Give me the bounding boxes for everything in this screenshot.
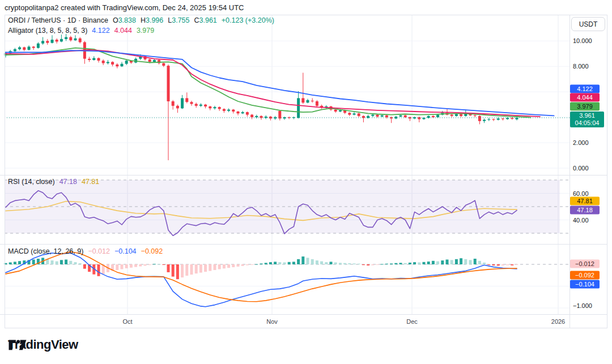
candle-body: [246, 112, 249, 115]
macd-histogram-bar: [367, 264, 369, 265]
candle-body: [348, 113, 351, 114]
candle-body: [214, 107, 216, 108]
macd-histogram-bar: [292, 262, 295, 264]
macd-histogram-bar: [158, 264, 160, 265]
candle-body: [79, 38, 82, 42]
time-axis-label[interactable]: 2026: [551, 318, 565, 325]
rsi-tick-label[interactable]: 60.00: [573, 190, 589, 197]
time-axis-label[interactable]: Dec: [406, 318, 418, 325]
candle-body: [60, 39, 63, 42]
macd-histogram-bar: [478, 261, 481, 264]
last-price-value: 3.961: [570, 112, 604, 119]
rsi-legend[interactable]: RSI (14, close) 47.18 47.81: [8, 178, 99, 186]
candle-body: [172, 101, 175, 106]
macd-histogram-bar: [97, 264, 100, 276]
candle-body: [311, 101, 314, 101]
macd-histogram-bar: [441, 260, 444, 264]
macd-histogram-bar: [320, 262, 323, 264]
candle-body: [385, 115, 388, 117]
macd-histogram-bar: [9, 263, 12, 265]
candle-body: [116, 65, 118, 66]
candle-body: [278, 111, 281, 119]
macd-tag: −0.104: [570, 280, 600, 289]
macd-histogram-bar: [460, 258, 462, 264]
candle-body: [51, 40, 54, 43]
macd-tick-label[interactable]: −1.000: [573, 302, 592, 309]
price-tick-label[interactable]: 8.000: [573, 63, 589, 70]
macd-histogram-bar: [83, 264, 86, 269]
macd-histogram-bar: [404, 263, 407, 264]
macd-histogram-bar: [423, 262, 426, 264]
macd-line: [6, 253, 517, 307]
candle-body: [199, 105, 202, 106]
macd-histogram-bar: [218, 264, 221, 269]
time-axis-label[interactable]: Nov: [266, 318, 278, 325]
macd-histogram-bar: [134, 264, 137, 267]
rsi-tick-label[interactable]: 40.00: [573, 217, 589, 224]
candle-body: [56, 40, 58, 41]
macd-histogram-bar: [223, 264, 226, 268]
bar-countdown: 04:05:04: [570, 119, 604, 127]
alligator-title: Alligator (13, 8, 5, 8, 5, 3): [8, 27, 87, 35]
price-tick-label[interactable]: 0.000: [573, 165, 589, 172]
candle-body: [121, 64, 124, 67]
macd-histogram-bar: [162, 264, 165, 265]
price-tick-label[interactable]: 10.000: [573, 37, 592, 44]
rsi-tag: 47.81: [570, 197, 600, 205]
macd-histogram-bar: [506, 264, 509, 265]
rsi-ma-value: 47.81: [82, 178, 99, 186]
candle-body: [353, 113, 356, 114]
alligator-jaw-value: 4.122: [92, 27, 109, 35]
tradingview-logo[interactable]: TradingView: [8, 337, 78, 352]
macd-legend[interactable]: MACD (close, 12, 26, 9) −0.012 −0.104 −0…: [8, 247, 163, 255]
candle-body: [190, 102, 193, 104]
currency-toggle-button[interactable]: USDT: [571, 17, 605, 31]
macd-histogram-bar: [144, 264, 147, 265]
macd-histogram-bar: [269, 262, 272, 264]
macd-histogram-bar: [301, 256, 304, 264]
macd-histogram-bar: [343, 263, 346, 264]
symbol-title: ORDI / TetherUS · 1D · Binance: [8, 16, 108, 24]
alligator-legend[interactable]: Alligator (13, 8, 5, 8, 5, 3) 4.122 4.04…: [8, 27, 154, 35]
macd-histogram-bar: [148, 264, 151, 265]
macd-histogram-bar: [116, 264, 118, 270]
symbol-legend[interactable]: ORDI / TetherUS · 1D · Binance O3.838 H3…: [8, 16, 274, 24]
candle-body: [250, 115, 253, 118]
macd-histogram-bar: [455, 259, 458, 264]
candle-body: [97, 58, 100, 61]
candle-body: [181, 98, 184, 108]
time-axis-label[interactable]: Oct: [122, 318, 132, 325]
candle-body: [218, 107, 221, 109]
macd-histogram-bar: [260, 264, 263, 265]
candle-body: [107, 62, 109, 63]
macd-signal-value: −0.092: [141, 247, 163, 255]
candle-body: [204, 105, 207, 106]
ohlc-low: L3.755: [168, 16, 189, 24]
macd-histogram-bar: [427, 262, 430, 264]
price-tag: 4.122: [570, 85, 600, 93]
open-value: 3.838: [118, 16, 136, 24]
macd-histogram-bar: [209, 264, 211, 271]
macd-histogram-bar: [195, 264, 198, 273]
macd-histogram-bar: [362, 264, 365, 265]
candle-body: [381, 115, 384, 117]
price-tick-label[interactable]: 2.000: [573, 139, 589, 146]
high-value: 3.996: [146, 16, 163, 24]
candle-body: [301, 98, 304, 102]
chart-frame: [5, 15, 607, 328]
macd-histogram-bar: [181, 264, 184, 277]
macd-histogram-bar: [307, 258, 309, 264]
candle-body: [436, 115, 439, 118]
candle-body: [241, 112, 244, 113]
macd-histogram-bar: [339, 263, 342, 264]
alligator-jaw-line: [6, 50, 554, 115]
candle-body: [487, 119, 490, 120]
macd-histogram-bar: [464, 259, 467, 264]
ohlc-high: H3.996: [141, 16, 163, 24]
price-tag: 4.044: [570, 93, 600, 102]
macd-histogram-bar: [390, 264, 393, 265]
candle-body: [497, 118, 500, 119]
candle-body: [483, 120, 486, 121]
macd-histogram-bar: [265, 263, 267, 264]
alligator-lips-value: 3.979: [137, 27, 154, 35]
